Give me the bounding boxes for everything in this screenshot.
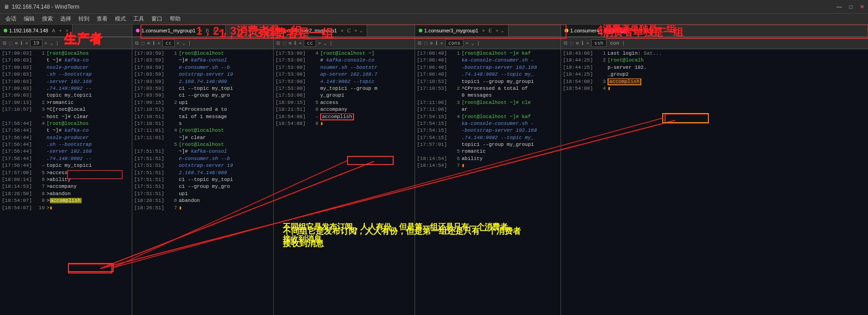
c4-tab-plus[interactable]: + (638, 28, 641, 33)
tb3-cmd: cc (304, 39, 316, 47)
term-line: [17:09:13]2>romantic (2, 99, 130, 106)
tb4-clear[interactable]: ⊗ (429, 40, 434, 46)
menubar-item-选择[interactable]: 选择 (57, 15, 75, 23)
c2-tab-more[interactable]: ⌄ (359, 28, 363, 34)
tb2-more[interactable]: ⌄ (182, 40, 187, 46)
tb-paste[interactable]: ⬚ (8, 40, 13, 46)
c3-tab[interactable]: 1.consumer3_mygroup1 × E + ⌄ (415, 25, 509, 36)
menubar-item-窗口[interactable]: 窗口 (148, 15, 166, 23)
c2-tab-close[interactable]: × (341, 28, 343, 33)
c2-tab-plus[interactable]: + (354, 28, 357, 33)
titlebar: 🖥 192.168.74.148 - WindTerm — □ ✕ (0, 0, 868, 14)
tab-plus[interactable]: + (59, 28, 62, 33)
tb-sep: | (55, 41, 60, 46)
term-line: [18:09:14]6>ability (2, 176, 130, 183)
menubar-item-模式[interactable]: 模式 (111, 15, 130, 23)
tab-close[interactable]: × (65, 28, 68, 33)
tb5-copy[interactable]: ⧉ (563, 41, 568, 46)
c4-tab-more[interactable]: ⌄ (643, 28, 647, 34)
menubar-item-搜索[interactable]: 搜索 (38, 15, 57, 23)
producer-tab-label: 1.192.168.74.148 (9, 28, 48, 33)
term-line: [17:09:03]-server 192.168 (2, 78, 130, 85)
tb5-paste[interactable]: ⬚ (569, 40, 574, 46)
term-line: [17:09:03]topic my_topic1 (2, 92, 130, 99)
tab-letter-a: A (52, 28, 55, 33)
c3-tab-close[interactable]: × (482, 28, 485, 33)
tb3-more[interactable]: ⌄ (323, 40, 328, 46)
term-line: [18:26:51]7▮ (134, 205, 271, 212)
tb4-more[interactable]: ⌄ (470, 40, 475, 46)
producer-terminal[interactable]: [17:09:03]1[root@localhos [17:09:03]t ~]… (0, 49, 132, 315)
tb-copy[interactable]: ⧉ (2, 41, 7, 46)
menubar-item-查看[interactable]: 查看 (93, 15, 111, 23)
tb-more[interactable]: ⌄ (49, 40, 54, 46)
tb2-copy[interactable]: ⧉ (134, 41, 140, 46)
tb2-clear[interactable]: ⊗ (146, 40, 151, 46)
tb3-paste[interactable]: ⬚ (282, 40, 287, 46)
c4-terminal[interactable]: [18:43:06]1Last login: Sat... [18:44:25]… (561, 49, 868, 315)
tb2-info[interactable]: ℹ (152, 40, 156, 46)
minimize-button[interactable]: — (837, 4, 842, 10)
c2-terminal[interactable]: [17:53:00]4[root@localhost ~] [17:53:00]… (274, 49, 415, 315)
term-line: [18:54:07]9>accomplish (2, 197, 130, 204)
c4-tab-close[interactable]: × (632, 28, 634, 33)
term-line: [17:11:01]4[root@localhost (134, 127, 271, 134)
tb5-clear[interactable]: ⊗ (575, 40, 580, 46)
c3-tab-label: 1.consumer3_mygroup1 (424, 28, 478, 33)
menubar-item-工具[interactable]: 工具 (130, 15, 148, 23)
c2-tab[interactable]: 1.consumer2_mygroup1 × C + ⌄ (274, 25, 367, 36)
tb3-prev[interactable]: « (298, 41, 303, 46)
c4-tab[interactable]: 1.consumer4_mygroup2 × + ⌄ (561, 25, 651, 36)
titlebar-icon: 🖥 (4, 4, 9, 10)
producer-tab-bar: 1.192.168.74.148 A + × (0, 25, 132, 37)
tb-clear[interactable]: ⊗ (14, 40, 19, 46)
tb-prev[interactable]: « (24, 41, 29, 46)
tb-info[interactable]: ℹ (20, 40, 23, 46)
c1-tab-close[interactable]: × (199, 28, 202, 33)
tb2-prev[interactable]: « (156, 41, 161, 46)
c3-tab-bar: 1.consumer3_mygroup1 × E + ⌄ (415, 25, 561, 37)
tb2-paste[interactable]: ⬚ (140, 40, 146, 46)
panels-container: 1.192.168.74.148 A + × ⧉ ⬚ ⊗ ℹ « 19 » ⌄ … (0, 25, 868, 315)
menubar-item-帮助[interactable]: 帮助 (166, 15, 184, 23)
c1-tab[interactable]: 1.consumer1_mygroup1 × B + ⌄ (132, 25, 226, 36)
menubar-item-编辑[interactable]: 编辑 (20, 15, 38, 23)
tb4-prev[interactable]: « (439, 41, 444, 46)
tb5-info[interactable]: ℹ (581, 40, 584, 46)
titlebar-title: 192.168.74.148 - WindTerm (12, 4, 79, 10)
c1-tab-plus[interactable]: + (213, 28, 215, 33)
c3-tab-plus[interactable]: + (495, 28, 498, 33)
term-line: [17:56:44]-server 192.168 (2, 148, 130, 155)
term-line: [18:26:51]6abandon (134, 197, 271, 204)
tb3-info[interactable]: ℹ (293, 40, 297, 46)
tb3-clear[interactable]: ⊗ (288, 40, 293, 46)
term-line: [17:51:51]c1 --group my_gro (134, 183, 271, 190)
c3-terminal[interactable]: [17:06:40]1[root@localhost ~]# kaf [17:0… (415, 49, 561, 315)
producer-tab[interactable]: 1.192.168.74.148 A + × (0, 25, 73, 36)
tb4-info[interactable]: ℹ (435, 40, 438, 46)
term-line: [17:09:03].74.148:9092 -- (2, 85, 130, 92)
c1-tab-more[interactable]: ⌄ (218, 28, 222, 34)
tb3-next[interactable]: » (317, 41, 322, 46)
term-line: [18:54:07]10>▮ (2, 205, 130, 212)
term-line: [17:53:00]ap-server 192.168.7 (275, 71, 413, 78)
tb2-next[interactable]: » (176, 41, 181, 46)
tb4-paste[interactable]: ⬚ (423, 40, 428, 46)
term-line: [17:10:57]3^C[root@local (2, 106, 130, 113)
tb4-copy[interactable]: ⧉ (417, 41, 422, 46)
tb4-cmd: cons (445, 39, 464, 47)
tb-next[interactable]: » (43, 41, 48, 46)
consumer1-panel: 1.consumer1_mygroup1 × B + ⌄ ⧉ ⬚ ⊗ ℹ « c… (132, 25, 274, 315)
c3-tab-more[interactable]: ⌄ (500, 28, 504, 34)
term-line: [17:09:03]t ~]# kafka-co (2, 57, 130, 64)
close-button[interactable]: ✕ (860, 4, 864, 10)
term-line: [17:53:00]nsumer.sh --bootstr (275, 64, 413, 71)
menubar-item-会话[interactable]: 会话 (2, 15, 20, 23)
c1-terminal[interactable]: [17:03:59]1[root@localhost [17:03:59]~]#… (132, 49, 273, 315)
maximize-button[interactable]: □ (849, 4, 852, 10)
menubar-item-转到[interactable]: 转到 (75, 15, 93, 23)
tb4-next[interactable]: » (464, 41, 469, 46)
tb5-prev[interactable]: » (585, 41, 590, 46)
producer-toolbar: ⧉ ⬚ ⊗ ℹ « 19 » ⌄ | (0, 37, 132, 49)
tb3-copy[interactable]: ⧉ (275, 41, 281, 46)
